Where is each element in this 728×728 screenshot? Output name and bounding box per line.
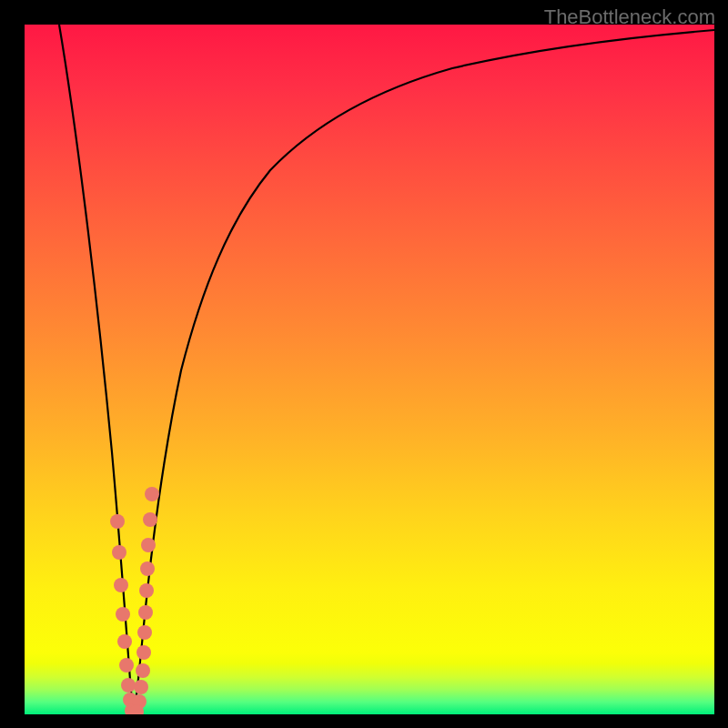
svg-point-5 [119, 658, 134, 672]
svg-point-13 [139, 583, 154, 598]
svg-point-14 [138, 605, 153, 620]
watermark-text: TheBottleneck.com [544, 5, 715, 29]
svg-point-17 [136, 663, 150, 678]
svg-point-15 [137, 625, 152, 640]
data-dots [110, 487, 159, 714]
plot-area [25, 25, 714, 714]
svg-point-2 [114, 578, 128, 592]
svg-point-12 [140, 561, 155, 576]
svg-point-18 [134, 680, 148, 694]
svg-point-9 [145, 487, 159, 501]
svg-point-1 [112, 545, 126, 560]
chart-frame: TheBottleneck.com [0, 0, 728, 728]
svg-point-10 [143, 512, 157, 527]
svg-point-11 [141, 538, 156, 552]
svg-point-3 [116, 607, 130, 622]
bottleneck-curve [59, 25, 714, 714]
svg-point-0 [110, 514, 125, 529]
svg-point-16 [136, 645, 151, 660]
bottleneck-plot-svg [25, 25, 714, 714]
svg-point-4 [117, 634, 132, 649]
svg-point-6 [121, 678, 136, 693]
